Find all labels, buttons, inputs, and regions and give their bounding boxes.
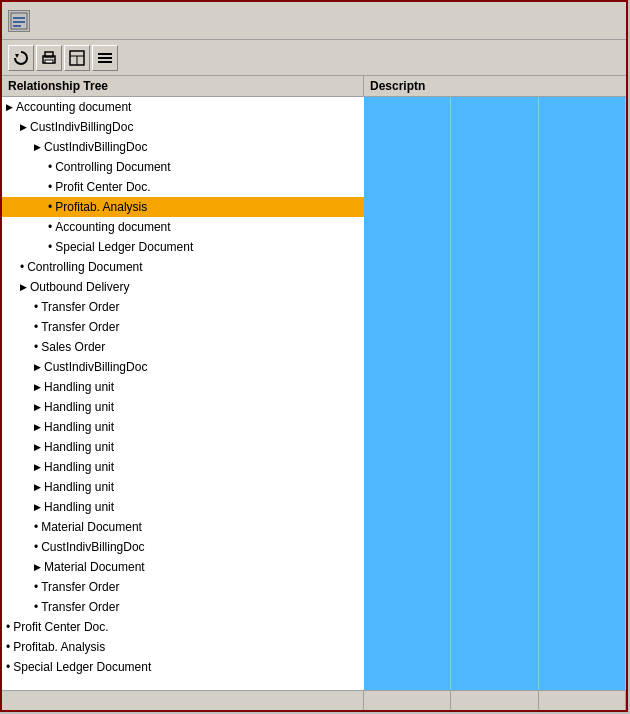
print-button[interactable] [36, 45, 62, 71]
tree-item-label: CustIndivBillingDoc [30, 118, 133, 136]
tree-item[interactable]: ▶Handling unit [2, 457, 364, 477]
expand-icon[interactable]: ▶ [34, 498, 41, 516]
tree-item[interactable]: ▶Handling unit [2, 397, 364, 417]
tree-item-label: Outbound Delivery [30, 278, 129, 296]
tree-item-label: Material Document [41, 518, 142, 536]
tree-item[interactable]: ▶Handling unit [2, 497, 364, 517]
tree-item[interactable]: ▶Handling unit [2, 437, 364, 457]
tree-item[interactable]: ▶Handling unit [2, 477, 364, 497]
tree-item-label: Transfer Order [41, 598, 119, 616]
svg-rect-1 [13, 17, 25, 19]
tree-item-label: Handling unit [44, 398, 114, 416]
tree-item[interactable]: •Transfer Order [2, 317, 364, 337]
tree-item[interactable]: •Sales Order [2, 337, 364, 357]
expand-icon[interactable]: ▶ [34, 378, 41, 396]
tree-column-header: Relationship Tree [2, 76, 364, 96]
tree-item-label: Accounting document [55, 218, 170, 236]
bullet-icon: • [20, 258, 24, 276]
tree-item[interactable]: •Special Ledger Document [2, 657, 364, 677]
tree-item-label: Handling unit [44, 498, 114, 516]
tree-panel[interactable]: ▶Accounting document▶CustIndivBillingDoc… [2, 97, 364, 690]
column-headers: Relationship Tree Descriptn [2, 76, 626, 97]
tree-item-label: Handling unit [44, 418, 114, 436]
tree-item[interactable]: ▶Material Document [2, 557, 364, 577]
tree-item-label: CustIndivBillingDoc [44, 358, 147, 376]
tree-item[interactable]: ▶CustIndivBillingDoc [2, 357, 364, 377]
tree-item-label: Sales Order [41, 338, 105, 356]
desc-column-header: Descriptn [364, 76, 626, 96]
tree-item[interactable]: •Profit Center Doc. [2, 617, 364, 637]
expand-icon[interactable]: ▶ [34, 458, 41, 476]
tree-item-label: Profit Center Doc. [13, 618, 108, 636]
desc-col-3 [539, 97, 626, 690]
bullet-icon: • [6, 638, 10, 656]
expand-icon[interactable]: ▶ [6, 98, 13, 116]
expand-icon[interactable]: ▶ [34, 438, 41, 456]
tree-item-label: Special Ledger Document [55, 238, 193, 256]
bottom-desc-cell-1 [364, 691, 451, 710]
tree-item[interactable]: •Profitab. Analysis [2, 637, 364, 657]
expand-icon[interactable]: ▶ [34, 558, 41, 576]
tree-item[interactable]: •Accounting document [2, 217, 364, 237]
main-window: Relationship Tree Descriptn ▶Accounting … [0, 0, 628, 712]
tree-item[interactable]: •Transfer Order [2, 597, 364, 617]
bullet-icon: • [6, 618, 10, 636]
bottom-tree-cell [2, 691, 364, 710]
bottom-bar [2, 690, 626, 710]
expand-icon[interactable]: ▶ [34, 358, 41, 376]
tree-item[interactable]: ▶Handling unit [2, 377, 364, 397]
tree-item-label: Profitab. Analysis [13, 638, 105, 656]
tree-item[interactable]: •Controlling Document [2, 157, 364, 177]
tree-item[interactable]: •Controlling Document [2, 257, 364, 277]
tree-item[interactable]: ▶Accounting document [2, 97, 364, 117]
tree-item-label: Controlling Document [55, 158, 170, 176]
tree-header-label: Relationship Tree [8, 79, 108, 93]
tree-item[interactable]: •Special Ledger Document [2, 237, 364, 257]
title-bar [2, 2, 626, 40]
expand-icon[interactable]: ▶ [20, 278, 27, 296]
bullet-icon: • [34, 518, 38, 536]
bullet-icon: • [34, 318, 38, 336]
layout-button[interactable] [64, 45, 90, 71]
window-icon [8, 10, 30, 32]
desc-panel [364, 97, 626, 690]
expand-icon[interactable]: ▶ [20, 118, 27, 136]
svg-rect-12 [98, 57, 112, 59]
expand-icon[interactable]: ▶ [34, 478, 41, 496]
tree-item[interactable]: •Transfer Order [2, 297, 364, 317]
tree-item-label: Handling unit [44, 458, 114, 476]
settings-button[interactable] [92, 45, 118, 71]
tree-item[interactable]: ▶CustIndivBillingDoc [2, 137, 364, 157]
tree-item-label: Handling unit [44, 438, 114, 456]
tree-item[interactable]: ▶Outbound Delivery [2, 277, 364, 297]
tree-item[interactable]: ▶CustIndivBillingDoc [2, 117, 364, 137]
tree-item[interactable]: •CustIndivBillingDoc [2, 537, 364, 557]
tree-item[interactable]: •Transfer Order [2, 577, 364, 597]
expand-icon[interactable]: ▶ [34, 398, 41, 416]
bullet-icon: • [48, 238, 52, 256]
expand-icon[interactable]: ▶ [34, 418, 41, 436]
tree-item[interactable]: •Profitab. Analysis [2, 197, 364, 217]
svg-rect-11 [98, 53, 112, 55]
toolbar [2, 40, 626, 76]
tree-item-label: Accounting document [16, 98, 131, 116]
svg-rect-2 [13, 21, 25, 23]
bullet-icon: • [6, 658, 10, 676]
tree-item-label: Material Document [44, 558, 145, 576]
tree-item-label: Handling unit [44, 378, 114, 396]
tree-item-label: CustIndivBillingDoc [44, 138, 147, 156]
tree-item[interactable]: •Material Document [2, 517, 364, 537]
expand-icon[interactable]: ▶ [34, 138, 41, 156]
bullet-icon: • [34, 598, 38, 616]
refresh-button[interactable] [8, 45, 34, 71]
desc-lines [364, 97, 626, 690]
tree-item-label: Special Ledger Document [13, 658, 151, 676]
tree-item-label: Transfer Order [41, 578, 119, 596]
tree-item[interactable]: •Profit Center Doc. [2, 177, 364, 197]
svg-rect-6 [45, 52, 53, 57]
desc-col-2 [451, 97, 538, 690]
tree-item[interactable]: ▶Handling unit [2, 417, 364, 437]
bullet-icon: • [34, 578, 38, 596]
bullet-icon: • [48, 198, 52, 216]
tree-item-label: Transfer Order [41, 318, 119, 336]
